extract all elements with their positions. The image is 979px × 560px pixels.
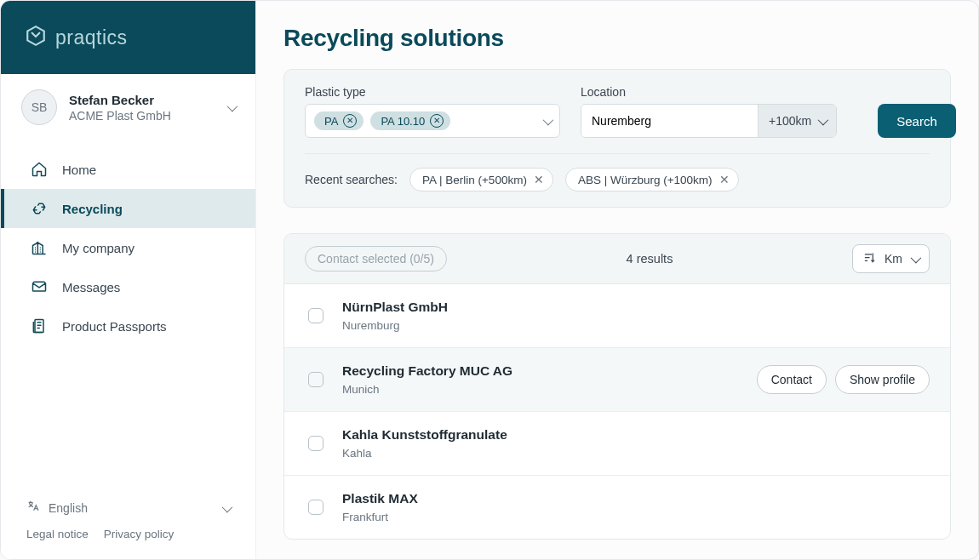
plastic-type-label: Plastic type (305, 85, 560, 99)
chevron-down-icon (227, 100, 235, 115)
location-combo: +100km (581, 104, 837, 138)
chevron-down-icon (543, 113, 551, 129)
recent-chip-label: PA | Berlin (+500km) (422, 174, 527, 186)
recycling-icon (30, 199, 49, 218)
user-info: Stefan Becker ACME Plast GmbH (69, 93, 215, 123)
user-company: ACME Plast GmbH (69, 109, 215, 123)
nav-item-home[interactable]: Home (1, 150, 255, 189)
avatar: SB (21, 89, 57, 125)
result-info: Kahla KunststoffgranulateKahla (342, 427, 930, 460)
results-count: 4 results (461, 252, 839, 266)
footer-link-privacy[interactable]: Privacy policy (104, 528, 175, 540)
results-panel: Contact selected (0/5) 4 results Km Nürn… (283, 233, 951, 540)
sidebar: praqtics SB Stefan Becker ACME Plast Gmb… (1, 1, 256, 559)
result-row[interactable]: Plastik MAXFrankfurt (284, 475, 950, 539)
location-input[interactable] (581, 105, 751, 137)
chip-remove-icon[interactable]: ✕ (343, 114, 357, 128)
plastic-chip: PA 10.10✕ (370, 111, 450, 130)
sort-select[interactable]: Km (852, 244, 930, 273)
location-group: Location +100km (581, 85, 837, 138)
recent-search-chip[interactable]: ABS | Würzburg (+100km)✕ (565, 168, 739, 191)
chip-label: PA (324, 115, 338, 128)
chip-remove-icon[interactable]: ✕ (534, 173, 544, 186)
nav-item-label: Product Passports (62, 319, 167, 334)
plastic-type-select[interactable]: PA✕PA 10.10✕ (305, 104, 560, 138)
plastic-type-group: Plastic type PA✕PA 10.10✕ (305, 85, 560, 138)
main-content: Recycling solutions Plastic type PA✕PA 1… (256, 1, 978, 559)
result-row[interactable]: NürnPlast GmbHNuremburg (284, 284, 950, 347)
language-select[interactable]: English (26, 500, 230, 528)
footer-links: Legal noticePrivacy policy (26, 528, 230, 540)
chevron-down-icon (818, 114, 826, 128)
result-info: Recycling Factory MUC AGMunich (342, 363, 738, 396)
result-row[interactable]: Kahla KunststoffgranulateKahla (284, 411, 950, 475)
chip-remove-icon[interactable]: ✕ (430, 114, 444, 128)
nav-item-messages[interactable]: Messages (1, 267, 255, 306)
result-name: Recycling Factory MUC AG (342, 363, 738, 379)
recent-searches-row: Recent searches: PA | Berlin (+500km)✕AB… (305, 154, 930, 191)
result-checkbox[interactable] (308, 436, 323, 451)
plastic-chip: PA✕ (314, 111, 364, 130)
nav-item-label: Messages (62, 280, 120, 294)
messages-icon (30, 277, 49, 296)
home-icon (30, 160, 49, 179)
chevron-down-icon (911, 252, 919, 266)
nav-item-label: Home (62, 163, 96, 177)
product-passports-icon (30, 317, 49, 335)
nav: HomeRecyclingMy companyMessagesProduct P… (1, 141, 255, 484)
result-name: Kahla Kunststoffgranulate (342, 427, 930, 443)
language-icon (26, 500, 40, 516)
search-panel: Plastic type PA✕PA 10.10✕ Location +100k… (283, 69, 951, 208)
chip-label: PA 10.10 (381, 115, 425, 128)
nav-item-product-passports[interactable]: Product Passports (1, 306, 255, 346)
nav-item-recycling[interactable]: Recycling (1, 189, 255, 228)
sort-label: Km (885, 252, 902, 266)
result-location: Munich (342, 383, 738, 396)
result-name: Plastik MAX (342, 491, 930, 506)
app-frame: praqtics SB Stefan Becker ACME Plast Gmb… (0, 0, 979, 560)
svg-rect-1 (35, 320, 43, 333)
result-name: NürnPlast GmbH (342, 300, 930, 315)
nav-item-label: My company (62, 241, 135, 255)
result-checkbox[interactable] (308, 372, 323, 387)
results-list: NürnPlast GmbHNuremburgRecycling Factory… (284, 284, 950, 539)
contact-selected-button[interactable]: Contact selected (0/5) (305, 246, 447, 271)
result-checkbox[interactable] (308, 308, 323, 323)
location-label: Location (581, 85, 837, 99)
nav-item-my-company[interactable]: My company (1, 228, 255, 267)
page-title: Recycling solutions (283, 25, 951, 52)
search-button[interactable]: Search (878, 104, 956, 138)
result-location: Nuremburg (342, 319, 930, 332)
results-header: Contact selected (0/5) 4 results Km (284, 234, 950, 284)
chip-remove-icon[interactable]: ✕ (719, 173, 730, 186)
distance-select[interactable]: +100km (758, 105, 836, 137)
brand-logo-icon (25, 25, 47, 50)
distance-value: +100km (769, 114, 811, 128)
contact-button[interactable]: Contact (757, 365, 827, 394)
brand-name: praqtics (55, 26, 128, 49)
show-profile-button[interactable]: Show profile (835, 365, 930, 394)
row-actions: ContactShow profile (757, 365, 930, 394)
recent-searches-label: Recent searches: (305, 173, 398, 186)
nav-item-label: Recycling (62, 202, 123, 216)
my-company-icon (30, 238, 49, 257)
sort-icon (863, 251, 876, 266)
user-name: Stefan Becker (69, 93, 215, 107)
chevron-down-icon (222, 501, 230, 515)
result-info: Plastik MAXFrankfurt (342, 491, 930, 523)
result-location: Kahla (342, 447, 930, 460)
recent-chip-label: ABS | Würzburg (+100km) (578, 174, 713, 186)
brand-header: praqtics (1, 1, 255, 74)
result-location: Frankfurt (342, 511, 930, 523)
footer-link-legal[interactable]: Legal notice (26, 528, 89, 540)
result-info: NürnPlast GmbHNuremburg (342, 300, 930, 332)
search-row: Plastic type PA✕PA 10.10✕ Location +100k… (305, 85, 930, 154)
recent-search-chip[interactable]: PA | Berlin (+500km)✕ (409, 168, 553, 191)
language-label: English (49, 501, 88, 515)
result-checkbox[interactable] (308, 500, 323, 515)
result-row[interactable]: Recycling Factory MUC AGMunichContactSho… (284, 347, 950, 411)
sidebar-footer: English Legal noticePrivacy policy (1, 484, 255, 559)
user-menu[interactable]: SB Stefan Becker ACME Plast GmbH (1, 74, 255, 141)
